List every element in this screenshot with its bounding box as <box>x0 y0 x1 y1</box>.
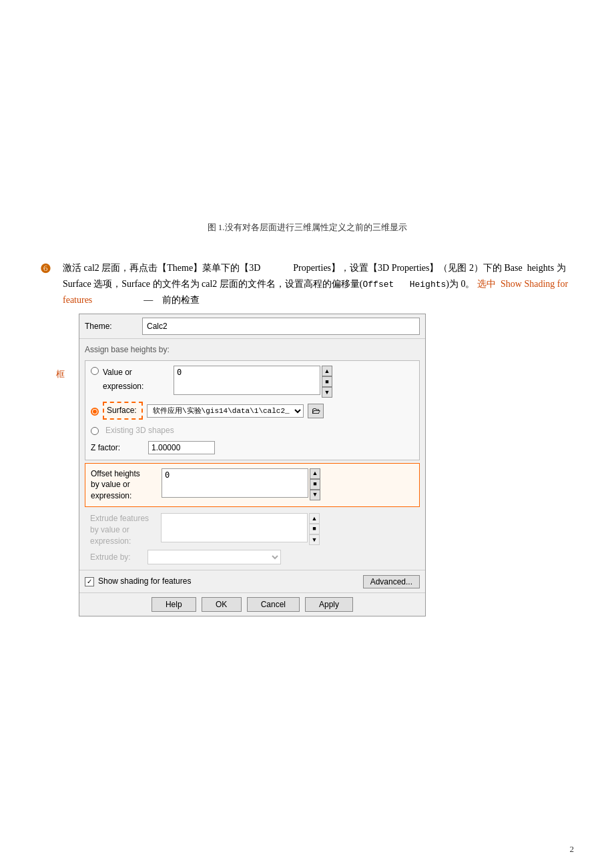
scroll-up-btn[interactable]: ▲ <box>322 366 332 376</box>
scroll-down-btn[interactable]: ▼ <box>322 387 332 398</box>
dialog-buttons: Help OK Cancel Apply <box>79 592 425 616</box>
page-number: 2 <box>570 844 575 855</box>
figure-caption: 图 1.没有对各层面进行三维属性定义之前的三维显示 <box>208 222 407 234</box>
offset-scroll-btns: ▲ ■ ▼ <box>310 468 320 500</box>
theme-row: Theme: Calc2 <box>79 314 425 339</box>
extrude-label: Extrude featuresby value orexpression: <box>90 513 157 546</box>
offset-section: Offset heightsby value orexpression: 0 ▲… <box>85 463 420 507</box>
extrude-input[interactable] <box>161 513 308 542</box>
shading-row: ✓ Show shading for features Advanced... <box>79 570 425 592</box>
extrude-by-row: Extrude by: <box>85 548 420 566</box>
side-annotation: 框 <box>56 367 65 382</box>
value-radio[interactable] <box>91 367 99 375</box>
step-suffix-text: — 前的检查 <box>95 295 200 305</box>
dialog-wrapper: 框 Theme: Calc2 Assign base heights by: <box>79 314 574 616</box>
extrude-scroll-btns: ▲ ■ ▼ <box>309 513 320 545</box>
value-expr-row: Value orexpression: 0 ▲ ■ ▼ <box>85 364 419 400</box>
shading-left: ✓ Show shading for features <box>85 574 191 588</box>
offset-scroll-up[interactable]: ▲ <box>310 468 320 479</box>
value-expr-label: Value orexpression: <box>103 366 170 393</box>
shading-label: Show shading for features <box>98 574 191 588</box>
assign-label: Assign base heights by: <box>79 339 425 358</box>
extrude-by-dropdown[interactable] <box>147 550 281 564</box>
value-scroll-btns: ▲ ■ ▼ <box>322 366 332 398</box>
existing3d-label: Existing 3D shapes <box>105 424 174 437</box>
surface-label: Surface: <box>103 402 143 419</box>
existing3d-radio[interactable] <box>91 427 99 435</box>
existing3d-row: Existing 3D shapes <box>85 422 419 439</box>
ok-button[interactable]: OK <box>202 597 242 612</box>
scroll-indicator: ■ <box>322 376 332 387</box>
browse-button[interactable]: 🗁 <box>308 404 324 418</box>
cancel-button[interactable]: Cancel <box>247 597 300 612</box>
extrude-row: Extrude featuresby value orexpression: ▲… <box>85 511 420 548</box>
value-expr-input[interactable]: 0 <box>174 366 320 395</box>
offset-scroll-indicator: ■ <box>310 479 320 490</box>
offset-row: Offset heightsby value orexpression: 0 ▲… <box>85 466 419 504</box>
dialog-box: Theme: Calc2 Assign base heights by: Val… <box>79 314 426 616</box>
offset-label: Offset heightsby value orexpression: <box>91 468 158 502</box>
step-number: ❻ <box>40 262 56 276</box>
zfactor-row: Z factor: 1.00000 <box>85 439 419 456</box>
zfactor-label: Z factor: <box>91 441 144 454</box>
extrude-scroll-down[interactable]: ▼ <box>309 534 320 545</box>
figure-area: 图 1.没有对各层面进行三维属性定义之前的三维显示 <box>40 13 574 240</box>
offset-input[interactable]: 0 <box>162 468 308 498</box>
step-content: 激活 cal2 层面，再点击【Theme】菜单下的【3D Properties】… <box>63 260 574 616</box>
extrude-by-label: Extrude by: <box>90 550 143 564</box>
offset-scroll-down[interactable]: ▼ <box>310 490 320 500</box>
help-button[interactable]: Help <box>151 597 196 612</box>
extrude-section: Extrude featuresby value orexpression: ▲… <box>85 510 420 567</box>
surface-row: Surface: 软件应用\实验\gis14\data\1\calc2_ 🗁 <box>85 400 419 421</box>
base-heights-group: Value orexpression: 0 ▲ ■ ▼ <box>85 360 420 460</box>
surface-dropdown[interactable]: 软件应用\实验\gis14\data\1\calc2_ <box>147 404 304 418</box>
extrude-scroll-indicator: ■ <box>309 524 320 534</box>
advanced-button[interactable]: Advanced... <box>363 575 420 588</box>
step-section: ❻ 激活 cal2 层面，再点击【Theme】菜单下的【3D Propertie… <box>40 260 574 616</box>
theme-label: Theme: <box>85 320 138 333</box>
theme-value-field: Calc2 <box>142 318 420 335</box>
surface-radio[interactable] <box>91 408 99 416</box>
shading-checkbox[interactable]: ✓ <box>85 577 94 586</box>
zfactor-input[interactable]: 1.00000 <box>148 441 215 454</box>
apply-button[interactable]: Apply <box>305 597 353 612</box>
extrude-scroll-up[interactable]: ▲ <box>309 513 320 524</box>
